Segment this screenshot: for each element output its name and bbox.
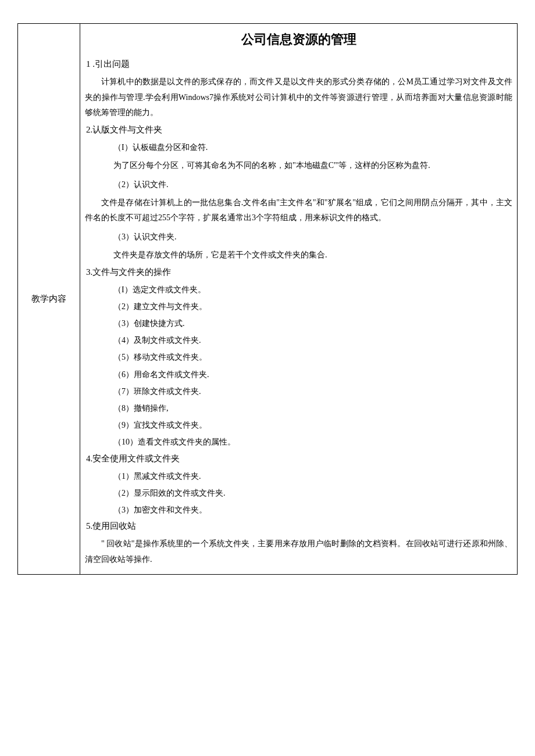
sec2-i3: （3）认识文件夹. bbox=[85, 230, 512, 244]
sec3-item: （5）移动文件或文件夹。 bbox=[85, 350, 512, 364]
sec3-item: （2）建立文件与文件夹。 bbox=[85, 299, 512, 314]
doc-title: 公司信息资源的管理 bbox=[85, 31, 512, 48]
sec1-p1: 计算机中的数据是以文件的形式保存的，而文件又是以文件夹的形式分类存储的，公M员工… bbox=[85, 74, 512, 121]
sec3-item: （3）创建快捷方式. bbox=[85, 316, 512, 331]
sec3-item: （I）选定文件或文件夹。 bbox=[85, 282, 512, 297]
sec2-p2: 文件是存储在计算机上的一批估息集合.文件名由"主文件名"和"犷展名"组成，它们之… bbox=[85, 195, 512, 226]
content-cell: 公司信息资源的管理 1 .引出问题 计算机中的数据是以文件的形式保存的，而文件又… bbox=[80, 24, 518, 575]
sec3-item: （6）用命名文件或文件夹. bbox=[85, 367, 512, 382]
sec3-head: 3.文件与文件夹的操作 bbox=[86, 267, 512, 278]
sec4-item: （2）显示阳效的文件或文件夹. bbox=[85, 486, 512, 500]
sec4-item: （3）加密文件和文件夹。 bbox=[85, 503, 512, 517]
sec2-p3: 文件夹是存放文件的场所，它是若干个文件或文件夹的集合. bbox=[85, 248, 512, 263]
sec4-head: 4.安全使用文件或文件夹 bbox=[86, 453, 512, 464]
sec5-head: 5.使用回收站 bbox=[86, 521, 512, 532]
sec2-head: 2.认版文件与文件夹 bbox=[86, 124, 512, 135]
row-label: 教学内容 bbox=[31, 294, 66, 303]
main-table: 教学内容 公司信息资源的管理 1 .引出问题 计算机中的数据是以文件的形式保存的… bbox=[17, 23, 518, 575]
row-label-cell: 教学内容 bbox=[18, 24, 80, 575]
sec3-item: （9）宜找文件或文件夹。 bbox=[85, 418, 512, 432]
page: 教学内容 公司信息资源的管理 1 .引出问题 计算机中的数据是以文件的形式保存的… bbox=[17, 23, 518, 575]
sec3-item: （7）班除文件或文件夹. bbox=[85, 384, 512, 399]
sec2-p1: 为了区分每个分区，可将其命名为不同的名称，如"本地磁盘C"'等，这样的分区称为盘… bbox=[85, 158, 512, 174]
sec3-item: （4）及制文件或文件夹. bbox=[85, 333, 512, 347]
sec3-item: （8）撤销操作, bbox=[85, 401, 512, 415]
sec5-p1: " 回收站"是操作系统里的一个系统文件夹，主要用来存放用户临时删除的文档资料。在… bbox=[85, 536, 512, 567]
sec2-i1: （I）认板磁盘分区和金符. bbox=[85, 140, 512, 155]
sec2-i2: （2）认识文件. bbox=[85, 177, 512, 192]
sec1-head: 1 .引出问题 bbox=[86, 59, 512, 70]
sec4-item: （1）黑减文件或文件夹. bbox=[85, 469, 512, 483]
sec3-item: （10）造看文件或文件夹的属性。 bbox=[85, 435, 512, 449]
